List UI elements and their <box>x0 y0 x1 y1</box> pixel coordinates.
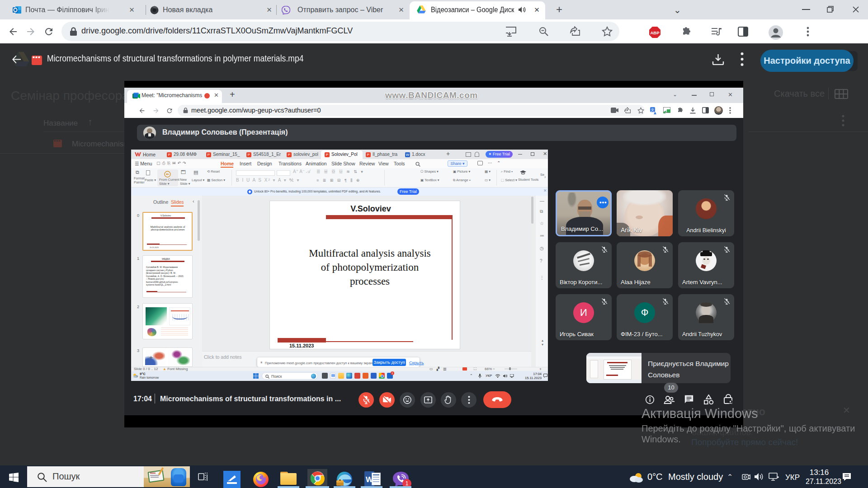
svg-text:文: 文 <box>651 108 655 112</box>
svg-text:ABP: ABP <box>650 30 660 35</box>
